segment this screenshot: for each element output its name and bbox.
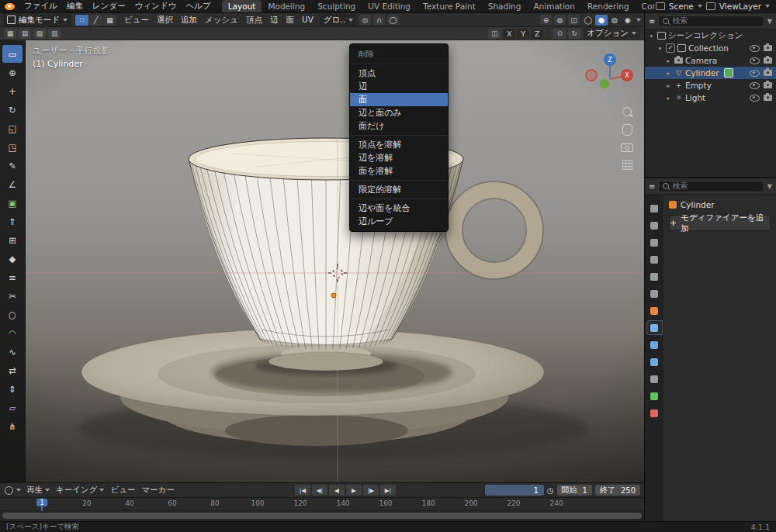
mode-dropdown[interactable]: 編集モード xyxy=(3,14,71,26)
properties-editor-icon[interactable]: ≡ xyxy=(649,182,655,191)
properties-tab-modifiers[interactable] xyxy=(647,321,662,334)
delete-menu-item-辺[interactable]: 辺 xyxy=(350,80,448,93)
tool-spin[interactable]: ◠ xyxy=(2,324,23,342)
outliner-row-Collection[interactable]: ▾Collection xyxy=(645,42,776,54)
camera-view-icon[interactable] xyxy=(621,143,633,152)
delete-menu-item-頂点を溶解[interactable]: 頂点を溶解 xyxy=(350,138,448,151)
workspace-tab-Layout[interactable]: Layout xyxy=(222,0,262,12)
shading-caret-icon[interactable] xyxy=(636,19,641,22)
workspace-tab-UV Editing[interactable]: UV Editing xyxy=(362,0,417,12)
outliner-row-Light[interactable]: ▸☼Light xyxy=(645,92,776,104)
workspace-tab-Texture Paint[interactable]: Texture Paint xyxy=(417,0,482,12)
properties-tab-material[interactable] xyxy=(647,406,662,420)
hide-in-viewport-icon[interactable] xyxy=(750,95,760,102)
delete-menu-item-辺と面のみ[interactable]: 辺と面のみ xyxy=(350,106,448,119)
expander-icon[interactable]: ▸ xyxy=(665,82,672,89)
viewport-menu-選択[interactable]: 選択 xyxy=(153,14,177,26)
disable-in-renders-icon[interactable] xyxy=(764,70,772,76)
expander-icon[interactable]: ▾ xyxy=(656,45,663,52)
disable-in-renders-icon[interactable] xyxy=(764,82,772,88)
menu-ファイル[interactable]: ファイル xyxy=(19,0,62,12)
workspace-tab-Animation[interactable]: Animation xyxy=(527,0,581,12)
viewport-menu-追加[interactable]: 追加 xyxy=(177,14,201,26)
transform-orientation-dropdown[interactable]: グロ.. xyxy=(320,14,357,26)
navigation-gizmo[interactable]: Z X xyxy=(582,50,638,105)
delete-menu-item-辺ループ[interactable]: 辺ループ xyxy=(350,215,448,228)
viewport-menu-UV[interactable]: UV xyxy=(298,14,317,26)
tool-option-icon-1[interactable]: ▤ xyxy=(19,29,31,39)
outliner-search-input[interactable]: 検索 xyxy=(658,16,764,27)
use-preview-range-icon[interactable]: ◷ xyxy=(547,486,554,495)
viewport-menu-ビュー[interactable]: ビュー xyxy=(120,14,153,26)
menu-レンダー[interactable]: レンダー xyxy=(88,0,130,12)
hide-in-viewport-icon[interactable] xyxy=(750,82,760,89)
tool-bevel[interactable]: ◆ xyxy=(2,250,23,268)
properties-tab-view-layer[interactable] xyxy=(647,253,662,266)
tool-knife[interactable]: ✂ xyxy=(2,287,23,305)
properties-tab-constraints[interactable] xyxy=(647,372,662,385)
viewport-menu-面[interactable]: 面 xyxy=(282,14,298,26)
options-dropdown[interactable]: オプション xyxy=(583,27,640,40)
next-keyframe-button[interactable]: |▶ xyxy=(363,485,379,496)
solid-shading-button[interactable]: ● xyxy=(595,15,608,26)
jump-to-start-button[interactable]: |◀ xyxy=(295,485,310,496)
viewport-canvas[interactable]: ▭⊕+↻◱◳✎∠▣⇑⊞◆≡✂○◠∿⇄⇕▱⋔ ユーザー・平行投影 (1) Cyli… xyxy=(0,40,644,482)
tool-rotate[interactable]: ↻ xyxy=(2,101,23,119)
frame-end-field[interactable]: 終了 250 xyxy=(595,485,640,496)
viewport-menu-頂点[interactable]: 頂点 xyxy=(242,14,266,26)
snap-magnet-icon[interactable]: ∩ xyxy=(373,15,385,25)
outliner-row-Empty[interactable]: ▸+Empty xyxy=(645,79,776,92)
hide-in-viewport-icon[interactable] xyxy=(750,57,760,64)
mirror-icon[interactable]: ◫ xyxy=(488,29,501,39)
transform-option-icon[interactable]: ↻ xyxy=(568,29,580,39)
outliner-row-Cylinder[interactable]: ▸▽Cylinder xyxy=(645,67,776,79)
expander-icon[interactable]: ▾ xyxy=(648,33,655,40)
collection-checkbox[interactable] xyxy=(666,43,675,53)
properties-tab-output[interactable] xyxy=(647,236,662,249)
disable-in-renders-icon[interactable] xyxy=(764,57,772,64)
show-overlays-icon[interactable]: ◍ xyxy=(554,15,566,25)
workspace-tab-Rendering[interactable]: Rendering xyxy=(581,0,636,12)
delete-menu-item-面だけ[interactable]: 面だけ xyxy=(350,119,448,133)
snap-option-icon[interactable]: ⊙ xyxy=(553,29,566,39)
properties-tab-world[interactable] xyxy=(647,287,662,300)
pan-hand-icon[interactable] xyxy=(622,124,632,136)
proportional-editing-icon[interactable]: ◯ xyxy=(387,15,399,25)
properties-tab-scene[interactable] xyxy=(647,270,662,283)
show-gizmo-icon[interactable]: ⊕ xyxy=(540,15,552,25)
tool-loop-cut[interactable]: ≡ xyxy=(2,268,23,286)
edge-select-button[interactable]: ╱ xyxy=(89,15,102,26)
outliner-editor-icon[interactable]: ≡ xyxy=(649,17,655,26)
expander-icon[interactable]: ▸ xyxy=(665,95,672,102)
viewlayer-name[interactable]: ViewLayer xyxy=(719,2,761,11)
tool-inset-faces[interactable]: ⊞ xyxy=(2,231,23,249)
timeline-menu-ビュー[interactable]: ビュー xyxy=(108,485,137,496)
blender-logo-icon[interactable] xyxy=(5,3,15,10)
expander-icon[interactable]: ▸ xyxy=(665,70,672,77)
tool-option-icon-3[interactable]: ▥ xyxy=(48,29,61,39)
workspace-tab-Modeling[interactable]: Modeling xyxy=(262,0,311,12)
hide-in-viewport-icon[interactable] xyxy=(750,45,760,52)
tool-shear[interactable]: ▱ xyxy=(2,399,23,416)
jump-to-end-button[interactable]: ▶| xyxy=(380,485,396,496)
workspace-tab-Sculpting[interactable]: Sculpting xyxy=(311,0,362,12)
zoom-icon[interactable] xyxy=(622,107,632,116)
outliner-filter-icon[interactable]: ▼ xyxy=(767,18,772,25)
material-preview-shading-button[interactable]: ◍ xyxy=(608,15,621,26)
scene-name[interactable]: Scene xyxy=(669,2,694,11)
timeline-menu-再生[interactable]: 再生 xyxy=(24,485,52,496)
disable-in-renders-icon[interactable] xyxy=(764,45,772,51)
properties-filter-icon[interactable]: ▼ xyxy=(767,183,772,190)
tool-annotate[interactable]: ✎ xyxy=(2,157,23,174)
tool-option-icon-2[interactable]: ▧ xyxy=(33,29,46,39)
timeline-menu-キーイング[interactable]: キーイング xyxy=(54,485,106,496)
tool-transform[interactable]: ◳ xyxy=(2,138,23,156)
menu-ウィンドウ[interactable]: ウィンドウ xyxy=(130,0,182,12)
mirror-y-toggle[interactable]: Y xyxy=(517,29,529,39)
xray-toggle-icon[interactable]: ◫ xyxy=(568,15,580,25)
properties-tab-object[interactable] xyxy=(647,304,662,317)
properties-search-input[interactable]: 検索 xyxy=(658,181,764,192)
timeline-scrollbar[interactable] xyxy=(2,513,642,519)
properties-tab-physics[interactable] xyxy=(647,355,662,368)
expander-icon[interactable]: ▸ xyxy=(665,57,672,64)
